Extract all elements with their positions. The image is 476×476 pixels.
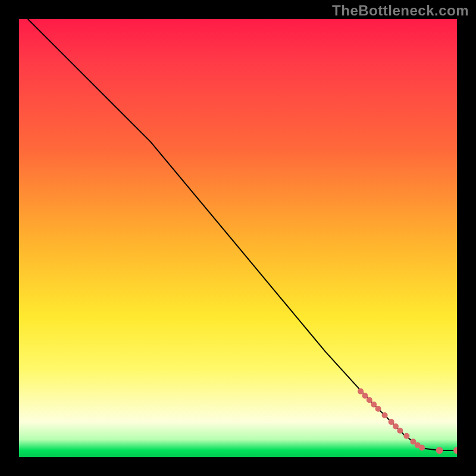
marker-point bbox=[382, 412, 388, 418]
marker-point bbox=[397, 428, 403, 434]
marker-point bbox=[358, 389, 364, 394]
main-curve bbox=[28, 19, 457, 450]
marker-point bbox=[362, 393, 368, 399]
marker-point bbox=[436, 447, 443, 454]
plot-area bbox=[19, 19, 457, 457]
curve-layer bbox=[28, 19, 457, 450]
watermark-text: TheBottleneck.com bbox=[332, 2, 469, 19]
chart-svg bbox=[19, 19, 457, 457]
marker-point bbox=[367, 397, 372, 403]
markers-layer bbox=[358, 389, 457, 454]
marker-point bbox=[453, 447, 457, 454]
marker-point bbox=[389, 419, 394, 425]
marker-point bbox=[403, 433, 409, 439]
marker-point bbox=[419, 445, 425, 451]
marker-point bbox=[393, 423, 399, 429]
chart-frame: TheBottleneck.com bbox=[0, 0, 476, 476]
marker-point bbox=[371, 402, 377, 408]
marker-point bbox=[375, 406, 381, 412]
